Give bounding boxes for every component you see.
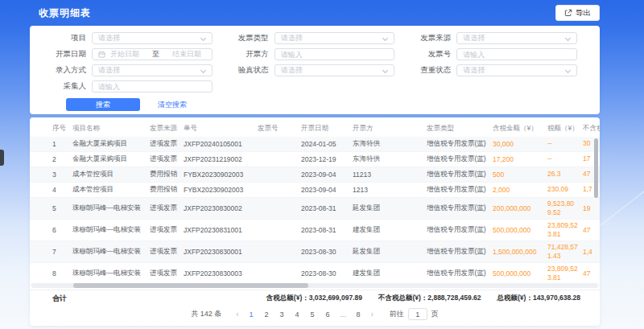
- chevron-down-icon: [200, 68, 206, 73]
- page-number[interactable]: 3: [276, 310, 288, 319]
- filter-field: 验真状态请选择: [224, 64, 407, 76]
- summary-totals: 含税总额(¥)：3,032,699,097.89 不含税总额(¥)：2,888,…: [266, 294, 580, 303]
- filter-daterange[interactable]: 开始日期至结束日期: [92, 48, 213, 60]
- invoice-table-panel: 序号项目名称发票来源单号发票号开票日期开票方发票类型含税金额（¥）税额（¥）不含…: [30, 117, 600, 326]
- cell-amount_incl: 500: [493, 171, 547, 179]
- filter-input[interactable]: [92, 80, 213, 93]
- filter-select[interactable]: 请选择: [92, 64, 213, 76]
- table-row[interactable]: 8珠穆朗玛峰—电梯安装进项发票JXFP202308300032023-08-30…: [30, 263, 600, 285]
- page-number[interactable]: 8: [353, 310, 365, 319]
- table-row[interactable]: 2金融大厦采购项目进项发票JXFP202312190022023-12-19东海…: [30, 152, 600, 167]
- cell-source: 进项发票: [150, 139, 184, 149]
- filter-select[interactable]: 请选择: [456, 32, 577, 44]
- cell-project: 金融大厦采购项目: [72, 154, 150, 164]
- filter-input[interactable]: [275, 48, 395, 60]
- column-header-issuer: 开票方: [353, 124, 427, 134]
- cell-source: 费用报销: [150, 185, 184, 195]
- page-number[interactable]: 4: [291, 310, 303, 319]
- sidebar-collapse-handle[interactable]: [0, 150, 4, 166]
- next-page-icon[interactable]: ›: [371, 310, 374, 319]
- column-header-order_no: 单号: [184, 124, 258, 134]
- cell-issuer: 建发集团: [353, 225, 427, 235]
- summary-row: 合计 含税总额(¥)：3,032,699,097.89 不含税总额(¥)：2,8…: [30, 290, 600, 306]
- filter-select[interactable]: 请选择: [275, 32, 395, 44]
- cell-source: 进项发票: [150, 269, 184, 278]
- table-row[interactable]: 4成本管控项目费用报销FYBX202309020032023-09-041213…: [30, 183, 600, 198]
- column-header-invoice_no: 发票号: [258, 124, 301, 134]
- chevron-down-icon: [382, 68, 388, 73]
- total-tax: 总税额(¥)：143,970,638.28: [497, 294, 580, 303]
- filter-select[interactable]: 请选择: [275, 64, 395, 76]
- clear-search-link[interactable]: 清空搜索: [158, 100, 187, 110]
- cell-issuer: 东海特供: [353, 154, 427, 164]
- chevron-down-icon: [565, 68, 571, 73]
- cell-index: 2: [52, 155, 72, 163]
- table-row[interactable]: 1金融大厦采购项目进项发票JXFP202401050012024-01-05东海…: [30, 137, 600, 152]
- daterange-end-placeholder: 结束日期: [172, 49, 201, 60]
- page-number[interactable]: 2: [261, 310, 273, 319]
- cell-date: 2023-08-30: [301, 269, 353, 278]
- filter-label: 发票来源: [406, 33, 451, 43]
- pagination-jump-input[interactable]: [408, 308, 427, 320]
- cell-tax: 71,428,571.43: [547, 243, 583, 261]
- cell-project: 珠穆朗玛峰—电梯安装: [72, 204, 150, 213]
- select-placeholder: 请选择: [463, 65, 485, 76]
- search-button[interactable]: 搜索: [66, 98, 140, 111]
- filter-select[interactable]: 请选择: [92, 32, 213, 44]
- filter-select[interactable]: 请选择: [456, 64, 577, 76]
- cell-source: 进项发票: [150, 225, 184, 235]
- cell-issuer: 建发集团: [353, 269, 427, 278]
- page-ellipsis: …: [337, 310, 349, 319]
- cell-amount_incl: 17,200: [493, 155, 547, 163]
- cell-amount_excl: 1,4: [583, 248, 600, 257]
- cell-amount_excl: 19: [583, 204, 600, 213]
- cell-date: 2024-01-05: [301, 140, 353, 148]
- filter-label: 开票日期: [41, 49, 86, 60]
- cell-index: 7: [52, 248, 72, 256]
- cell-issuer: 延发集团: [353, 204, 427, 213]
- prev-page-icon[interactable]: ‹: [236, 310, 238, 319]
- pagination-jump-unit: 页: [431, 309, 439, 319]
- horizontal-scrollbar-thumb[interactable]: [73, 283, 308, 288]
- cell-type: 增值税专用发票(蓝): [427, 139, 493, 149]
- cell-project: 珠穆朗玛峰—电梯安装: [72, 247, 150, 257]
- cell-date: 2023-12-19: [301, 155, 353, 163]
- cell-order_no: JXFP20231219002: [184, 155, 258, 163]
- table-row[interactable]: 3成本管控项目费用报销FYBX202309020032023-09-041121…: [30, 167, 600, 183]
- filter-field: 录入方式请选择: [41, 64, 224, 76]
- cell-date: 2023-08-31: [301, 204, 353, 212]
- cell-date: 2023-08-30: [301, 248, 353, 256]
- export-button-label: 导出: [576, 8, 591, 19]
- cell-tax: 23,809,523.81: [547, 221, 583, 239]
- page-number[interactable]: 6: [322, 310, 334, 319]
- select-placeholder: 请选择: [98, 33, 120, 43]
- cell-index: 3: [52, 171, 72, 179]
- calendar-icon: [98, 51, 105, 58]
- filter-input[interactable]: [456, 48, 577, 60]
- filter-panel: 项目请选择发票类型请选择发票来源请选择开票日期开始日期至结束日期开票方发票号录入…: [30, 26, 600, 114]
- table-header-row: 序号项目名称发票来源单号发票号开票日期开票方发票类型含税金额（¥）税额（¥）不含…: [30, 121, 600, 137]
- total-incl-tax: 含税总额(¥)：3,032,699,097.89: [266, 294, 362, 303]
- vertical-scrollbar[interactable]: [594, 138, 598, 198]
- cell-issuer: 11213: [353, 171, 427, 179]
- cell-tax: 26.3: [547, 170, 583, 179]
- filter-actions: 搜索清空搜索: [66, 98, 588, 111]
- table-row[interactable]: 6珠穆朗玛峰—电梯安装进项发票JXFP202308310012023-08-31…: [30, 220, 600, 241]
- cell-project: 成本管控项目: [72, 170, 150, 179]
- cell-tax: --: [547, 154, 583, 163]
- table-row[interactable]: 5珠穆朗玛峰—电梯安装进项发票JXFP202308300022023-08-31…: [30, 198, 600, 220]
- select-placeholder: 请选择: [463, 33, 485, 43]
- select-placeholder: 请选择: [281, 33, 303, 43]
- cell-amount_incl: 500,000,000: [493, 269, 547, 278]
- cell-order_no: FYBX20230902003: [184, 186, 258, 194]
- cell-source: 进项发票: [150, 247, 184, 257]
- cell-type: 增值税专用发票(蓝): [427, 247, 493, 257]
- export-button[interactable]: 导出: [555, 5, 600, 21]
- table-row[interactable]: 7珠穆朗玛峰—电梯安装进项发票JXFP202308300012023-08-30…: [30, 241, 600, 263]
- horizontal-scrollbar-track[interactable]: [31, 283, 598, 288]
- page-number[interactable]: 5: [307, 310, 319, 319]
- cell-project: 珠穆朗玛峰—电梯安装: [72, 225, 150, 235]
- cell-issuer: 东海特供: [353, 139, 427, 149]
- pagination-total-count: 共 142 条: [191, 309, 221, 319]
- page-number[interactable]: 1: [246, 310, 258, 319]
